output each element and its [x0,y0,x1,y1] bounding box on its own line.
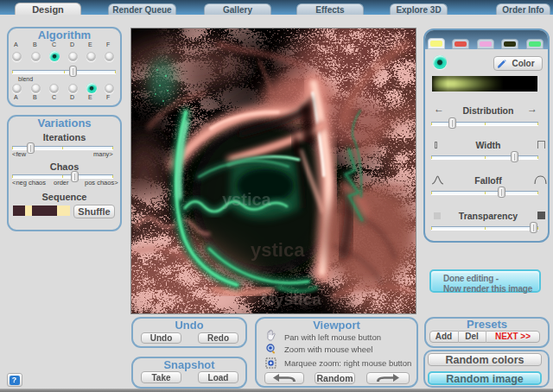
svg-text:ystica: ystica [222,190,272,209]
svg-text:ystica: ystica [251,239,305,261]
svg-text:Mystica: Mystica [261,290,321,308]
